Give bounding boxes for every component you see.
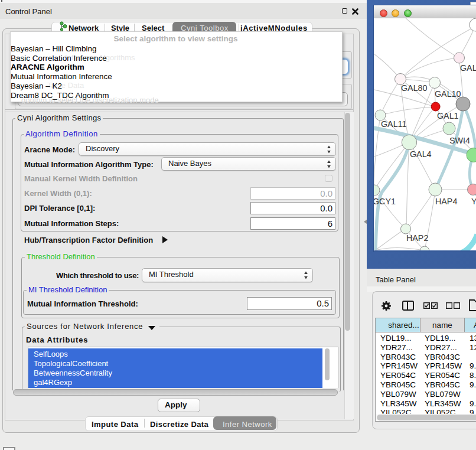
svg-text:GAL10: GAL10 xyxy=(435,89,461,99)
svg-text:Y: Y xyxy=(471,197,476,206)
svg-text:GAL11: GAL11 xyxy=(381,119,406,129)
svg-text:GAL4: GAL4 xyxy=(410,149,432,159)
svg-text:GCY1: GCY1 xyxy=(374,197,396,206)
svg-text:GAL80: GAL80 xyxy=(401,83,428,93)
svg-text:GAL: GAL xyxy=(460,63,476,73)
svg-text:HAP2: HAP2 xyxy=(406,233,428,243)
svg-text:HAP4: HAP4 xyxy=(435,197,457,206)
svg-text:GAL1: GAL1 xyxy=(437,111,459,120)
svg-text:SWI4: SWI4 xyxy=(449,136,470,145)
